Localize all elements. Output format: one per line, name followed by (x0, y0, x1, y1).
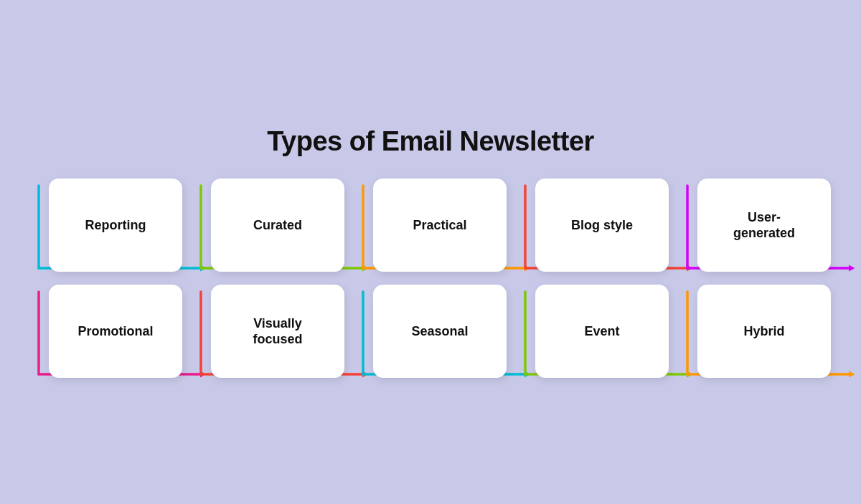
card-label-event: Event (584, 323, 619, 340)
svg-marker-14 (849, 265, 855, 271)
card-label-visually-focused: Visuallyfocused (253, 315, 302, 348)
card-label-blog-style: Blog style (571, 217, 633, 234)
svg-marker-29 (849, 371, 855, 377)
card-wrapper-event: Event (515, 285, 670, 378)
card-wrapper-user-generated: User-generated (677, 179, 832, 272)
card-label-reporting: Reporting (85, 217, 146, 234)
cards-grid: ReportingCuratedPracticalBlog styleUser-… (29, 179, 832, 378)
card-label-seasonal: Seasonal (411, 323, 468, 340)
card-wrapper-blog-style: Blog style (515, 179, 670, 272)
card-visually-focused: Visuallyfocused (211, 285, 344, 378)
card-hybrid: Hybrid (697, 285, 831, 378)
main-container: Types of Email Newsletter ReportingCurat… (22, 112, 839, 392)
card-label-curated: Curated (253, 217, 302, 234)
card-event: Event (535, 285, 669, 378)
card-practical: Practical (373, 179, 507, 272)
card-reporting: Reporting (49, 179, 182, 272)
page-title: Types of Email Newsletter (29, 126, 832, 157)
card-label-hybrid: Hybrid (743, 323, 784, 340)
card-promotional: Promotional (49, 285, 182, 378)
card-wrapper-curated: Curated (191, 179, 346, 272)
card-wrapper-promotional: Promotional (29, 285, 184, 378)
card-seasonal: Seasonal (373, 285, 507, 378)
card-blog-style: Blog style (535, 179, 669, 272)
card-curated: Curated (211, 179, 344, 272)
card-user-generated: User-generated (697, 179, 831, 272)
card-wrapper-practical: Practical (353, 179, 508, 272)
card-label-practical: Practical (413, 217, 466, 234)
card-label-promotional: Promotional (77, 323, 153, 340)
card-wrapper-seasonal: Seasonal (353, 285, 508, 378)
card-wrapper-visually-focused: Visuallyfocused (191, 285, 346, 378)
card-wrapper-reporting: Reporting (29, 179, 184, 272)
card-label-user-generated: User-generated (733, 209, 795, 242)
card-wrapper-hybrid: Hybrid (677, 285, 832, 378)
